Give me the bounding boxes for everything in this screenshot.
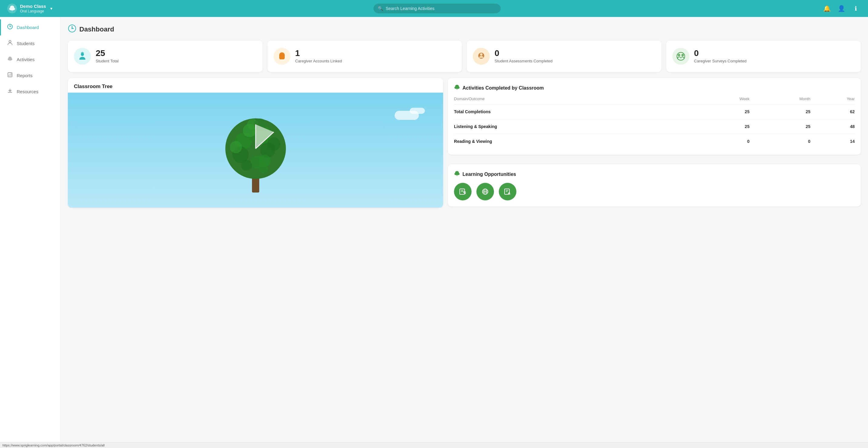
student-total-info: 25 Student Total <box>96 49 119 64</box>
tree-svg <box>213 102 298 199</box>
reports-icon <box>7 72 13 79</box>
caregiver-surveys-value: 0 <box>694 49 747 58</box>
tree-sky-background <box>68 93 443 207</box>
col-week: Week <box>694 97 750 104</box>
topnav: Demo Class Oral Language ▾ 🔍 🔔 👤 ℹ <box>0 0 868 17</box>
app-body: Dashboard Students Activities <box>0 17 868 442</box>
svg-point-30 <box>230 141 242 153</box>
tree-cloud-2 <box>410 108 425 114</box>
svg-point-17 <box>480 53 483 56</box>
topnav-icons: 🔔 👤 ℹ <box>822 4 861 13</box>
stat-caregiver-accounts: 1 Caregiver Accounts Linked <box>268 40 462 72</box>
svg-rect-14 <box>82 52 83 53</box>
student-total-label: Student Total <box>96 59 119 64</box>
class-name: Demo Class <box>20 4 46 9</box>
sidebar-item-students[interactable]: Students <box>0 35 60 52</box>
resources-icon <box>7 88 13 95</box>
classroom-tree-visual <box>68 93 443 207</box>
svg-point-11 <box>71 28 73 29</box>
row-listening-label: Listening & Speaking <box>454 119 694 134</box>
row-total-year: 62 <box>810 104 855 119</box>
url-text: https://www.spriglearning.com/app/portal… <box>2 444 105 447</box>
row-listening-week: 25 <box>694 119 750 134</box>
caregiver-accounts-label: Caregiver Accounts Linked <box>295 59 342 64</box>
student-assessments-info: 0 Student Assessments Completed <box>495 49 553 64</box>
svg-point-31 <box>267 137 280 151</box>
svg-point-3 <box>10 26 10 27</box>
logo-icon <box>7 4 17 13</box>
activities-completed-card: Activities Completed by Classroom Domain… <box>448 78 861 155</box>
notification-bell-button[interactable]: 🔔 <box>822 4 832 13</box>
sidebar-item-reports[interactable]: Reports <box>0 67 60 84</box>
svg-rect-5 <box>10 59 10 61</box>
sidebar-item-dashboard[interactable]: Dashboard <box>0 20 60 35</box>
student-assessments-value: 0 <box>495 49 553 58</box>
table-row: Listening & Speaking 25 25 48 <box>454 119 855 134</box>
row-reading-label: Reading & Viewing <box>454 134 694 149</box>
svg-point-34 <box>241 160 252 171</box>
search-wrap: 🔍 <box>373 4 501 13</box>
stats-row: 25 Student Total 1 Caregiver Accounts Li… <box>68 40 861 72</box>
learning-opp-btn-2[interactable] <box>476 183 494 200</box>
student-assessments-label: Student Assessments Completed <box>495 59 553 64</box>
caregiver-surveys-icon <box>672 48 689 65</box>
learning-opp-header: Learning Opportunities <box>454 170 855 178</box>
page-header: Dashboard <box>68 24 861 34</box>
sidebar-resources-label: Resources <box>17 89 38 94</box>
brand[interactable]: Demo Class Oral Language ▾ <box>7 4 52 13</box>
class-subtitle: Oral Language <box>20 9 46 13</box>
sidebar-activities-label: Activities <box>17 57 34 62</box>
search-input[interactable] <box>373 4 501 13</box>
stat-student-assessments: 0 Student Assessments Completed <box>467 40 661 72</box>
sidebar: Dashboard Students Activities <box>0 17 61 442</box>
dashboard-icon <box>7 24 13 31</box>
caregiver-surveys-info: 0 Caregiver Surveys Completed <box>694 49 747 64</box>
col-domain: Domain/Outcome <box>454 97 694 104</box>
row-reading-year: 14 <box>810 134 855 149</box>
row-listening-month: 25 <box>750 119 810 134</box>
row-total-label: Total Completions <box>454 104 694 119</box>
svg-point-20 <box>681 54 684 56</box>
svg-point-19 <box>678 54 680 56</box>
svg-point-4 <box>9 40 11 43</box>
svg-point-18 <box>677 52 685 60</box>
svg-rect-1 <box>12 9 12 11</box>
svg-rect-15 <box>280 58 284 59</box>
row-reading-week: 0 <box>694 134 750 149</box>
class-title: Demo Class Oral Language <box>20 4 46 13</box>
info-button[interactable]: ℹ <box>851 4 861 13</box>
main-content: Dashboard 25 Student Total <box>61 17 868 442</box>
activities-completed-title: Activities Completed by Classroom <box>462 85 544 91</box>
row-reading-month: 0 <box>750 134 810 149</box>
sidebar-reports-label: Reports <box>17 73 33 78</box>
stat-student-total: 25 Student Total <box>68 40 262 72</box>
learning-opp-btn-1[interactable] <box>454 183 471 200</box>
sidebar-item-resources[interactable]: Resources <box>0 84 60 100</box>
table-row: Total Completions 25 25 62 <box>454 104 855 119</box>
activities-icon <box>7 56 13 63</box>
user-profile-button[interactable]: 👤 <box>837 4 846 13</box>
svg-point-42 <box>483 189 488 194</box>
row-listening-year: 48 <box>810 119 855 134</box>
student-total-icon <box>74 48 91 65</box>
learning-opp-icons <box>454 183 855 200</box>
right-column: Activities Completed by Classroom Domain… <box>448 78 861 207</box>
leaf-icon-learning <box>454 170 460 178</box>
svg-point-43 <box>484 189 486 194</box>
caregiver-accounts-info: 1 Caregiver Accounts Linked <box>295 49 342 64</box>
caregiver-surveys-label: Caregiver Surveys Completed <box>694 59 747 64</box>
row-total-month: 25 <box>750 104 810 119</box>
col-month: Month <box>750 97 810 104</box>
students-icon <box>7 40 13 47</box>
learning-opp-btn-3[interactable] <box>499 183 516 200</box>
sidebar-students-label: Students <box>17 41 34 46</box>
svg-point-35 <box>258 163 268 173</box>
stat-caregiver-surveys: 0 Caregiver Surveys Completed <box>666 40 861 72</box>
bottom-row: Classroom Tree <box>68 78 861 207</box>
classroom-tree-card: Classroom Tree <box>68 78 443 207</box>
sidebar-item-activities[interactable]: Activities <box>0 52 60 67</box>
caregiver-accounts-value: 1 <box>295 49 342 58</box>
url-bar: https://www.spriglearning.com/app/portal… <box>0 442 868 448</box>
sidebar-dashboard-label: Dashboard <box>17 25 39 30</box>
chevron-down-icon: ▾ <box>50 6 52 11</box>
